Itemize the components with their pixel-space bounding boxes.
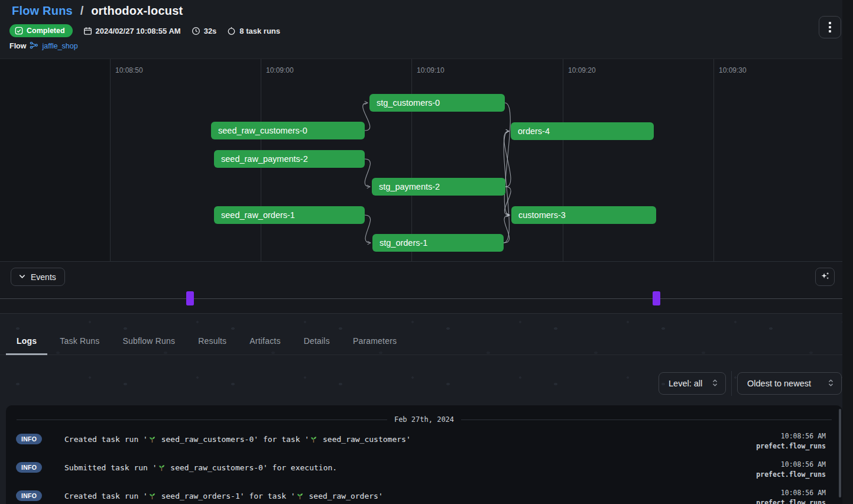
task-bar[interactable]: customers-3 xyxy=(511,206,656,224)
log-row: INFOCreated task run ' seed_raw_orders-1… xyxy=(6,487,842,504)
status-badge: Completed xyxy=(9,24,73,37)
event-marker[interactable] xyxy=(186,291,194,305)
task-bar[interactable]: seed_raw_orders-1 xyxy=(214,206,365,224)
tab-artifacts[interactable]: Artifacts xyxy=(239,313,291,355)
events-label: Events xyxy=(31,272,56,282)
dependency-edge xyxy=(365,215,371,243)
page-scroll-gutter xyxy=(842,0,853,504)
tab-subflow-runs[interactable]: Subflow Runs xyxy=(112,313,186,355)
tab-logs[interactable]: Logs xyxy=(6,313,47,355)
task-bar[interactable]: stg_customers-0 xyxy=(369,94,505,112)
tab-results[interactable]: Results xyxy=(187,313,237,355)
select-chevrons-icon xyxy=(712,379,718,389)
task-bar[interactable]: seed_raw_customers-0 xyxy=(211,122,365,139)
kebab-icon xyxy=(829,22,831,24)
start-time: 2024/02/27 10:08:55 AM xyxy=(83,27,181,35)
task-runs-icon xyxy=(227,27,236,35)
flow-label: Flow xyxy=(9,42,26,50)
run-meta-row: Completed 2024/02/27 10:08:55 AM xyxy=(9,24,280,37)
seedling-icon xyxy=(148,435,156,443)
log-timestamp: 10:08:56 AM xyxy=(756,489,826,497)
log-meta: 10:08:56 AMprefect.flow_runs xyxy=(756,432,826,450)
dependency-edge xyxy=(365,159,370,187)
seedling-icon xyxy=(148,492,156,500)
breadcrumb: Flow Runs / orthodox-locust xyxy=(12,4,183,18)
duration: 32s xyxy=(192,27,217,35)
events-toggle-button[interactable]: Events xyxy=(11,268,65,286)
dependency-edges xyxy=(0,59,842,262)
status-label: Completed xyxy=(27,27,65,35)
calendar-icon xyxy=(83,27,92,35)
tab-parameters[interactable]: Parameters xyxy=(342,313,407,355)
details-section: LogsTask RunsSubflow RunsResultsArtifact… xyxy=(0,314,842,504)
log-scrollbar[interactable] xyxy=(839,409,841,498)
sparkles-icon xyxy=(820,271,831,283)
seedling-icon xyxy=(158,464,166,472)
dependency-edge xyxy=(504,215,510,243)
log-message: Created task run ' seed_raw_customers-0'… xyxy=(64,435,411,444)
task-bar[interactable]: stg_orders-1 xyxy=(372,234,504,252)
dependency-edge xyxy=(504,131,511,187)
log-timestamp: 10:08:56 AM xyxy=(756,460,826,469)
log-row: INFOCreated task run ' seed_raw_customer… xyxy=(6,430,842,459)
task-bar[interactable]: orders-4 xyxy=(511,122,654,140)
log-logger: prefect.flow_runs xyxy=(756,442,826,450)
log-panel: Feb 27th, 2024 INFOCreated task run ' se… xyxy=(6,405,842,504)
log-filters: Level: all Oldest to newest xyxy=(0,356,842,405)
log-message: Submitted task run ' seed_raw_customers-… xyxy=(64,463,337,472)
flow-run-page: Flow Runs / orthodox-locust Completed xyxy=(0,0,853,504)
breadcrumb-flow-runs-link[interactable]: Flow Runs xyxy=(12,4,73,17)
log-level-badge: INFO xyxy=(16,462,42,473)
flow-icon xyxy=(30,41,38,51)
header: Flow Runs / orthodox-locust Completed xyxy=(0,0,842,58)
status-check-icon xyxy=(15,27,23,35)
kebab-menu-button[interactable] xyxy=(819,16,841,38)
log-level-badge: INFO xyxy=(16,490,42,501)
log-logger: prefect.flow_runs xyxy=(756,499,826,504)
log-meta: 10:08:56 AMprefect.flow_runs xyxy=(756,489,826,504)
log-level-select[interactable]: Level: all xyxy=(659,372,726,395)
select-chevrons-icon xyxy=(828,379,834,389)
task-timeline-chart[interactable]: 10:08:5010:09:0010:09:1010:09:2010:09:30… xyxy=(0,58,842,262)
flow-name-link[interactable]: jaffle_shop xyxy=(42,42,77,50)
log-date-divider: Feb 27th, 2024 xyxy=(17,415,832,424)
event-marker[interactable] xyxy=(653,291,660,305)
log-message: Created task run ' seed_raw_orders-1' fo… xyxy=(64,492,383,500)
tab-details[interactable]: Details xyxy=(293,313,340,355)
seedling-icon xyxy=(310,435,317,443)
filter-separator xyxy=(731,371,732,396)
log-timestamp: 10:08:56 AM xyxy=(756,432,826,440)
log-date-label: Feb 27th, 2024 xyxy=(394,415,454,424)
flow-row: Flow jaffle_shop xyxy=(9,41,78,51)
events-timeline-axis xyxy=(0,298,842,299)
log-level-badge: INFO xyxy=(16,434,42,444)
tab-bar: LogsTask RunsSubflow RunsResultsArtifact… xyxy=(0,314,842,355)
log-sort-select[interactable]: Oldest to newest xyxy=(737,372,842,395)
chevron-down-icon xyxy=(18,272,26,282)
seedling-icon xyxy=(296,492,304,500)
events-ai-button[interactable] xyxy=(815,268,835,286)
breadcrumb-separator: / xyxy=(80,4,84,17)
log-logger: prefect.flow_runs xyxy=(756,470,826,479)
flow-run-name: orthodox-locust xyxy=(91,4,183,17)
log-row: INFOSubmitted task run ' seed_raw_custom… xyxy=(6,459,842,487)
events-strip: Events xyxy=(0,262,842,313)
task-run-count: 8 task runs xyxy=(227,27,280,35)
tab-task-runs[interactable]: Task Runs xyxy=(49,313,110,355)
log-meta: 10:08:56 AMprefect.flow_runs xyxy=(756,460,826,479)
task-bar[interactable]: stg_payments-2 xyxy=(372,178,505,196)
clock-icon xyxy=(192,27,200,35)
task-bar[interactable]: seed_raw_payments-2 xyxy=(214,150,365,168)
